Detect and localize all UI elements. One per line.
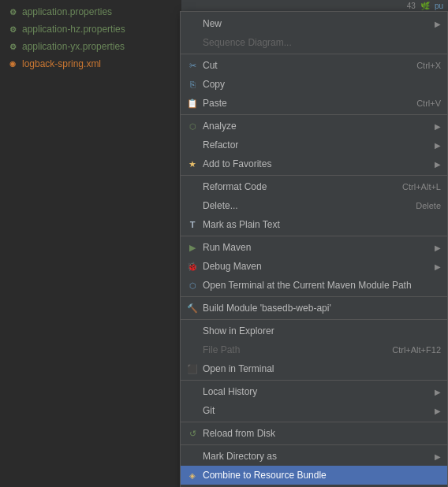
menu-label-show-explorer: Show in Explorer xyxy=(203,325,441,336)
props-icon: ⚙ xyxy=(6,6,19,18)
menu-label-add-favorites: Add to Favorites xyxy=(203,158,428,169)
build-module-icon: 🔨 xyxy=(185,301,200,315)
menu-label-analyze: Analyze xyxy=(203,121,428,132)
file-label: application-hz.properties xyxy=(22,24,125,35)
menu-item-copy[interactable]: ⎘ Copy xyxy=(181,75,447,94)
file-item[interactable]: ⚙ application-hz.properties xyxy=(0,20,181,38)
menu-item-mark-plain-text[interactable]: T Mark as Plain Text xyxy=(181,215,447,234)
reformat-icon xyxy=(185,180,200,194)
file-item[interactable]: ◉ logback-spring.xml xyxy=(0,55,181,72)
header-icon: 🌿 xyxy=(420,2,430,10)
menu-item-analyze[interactable]: ⬡ Analyze ▶ xyxy=(181,117,447,136)
copy-icon: ⎘ xyxy=(185,77,200,91)
menu-label-debug-maven: Debug Maven xyxy=(203,261,428,272)
menu-label-reformat-code: Reformat Code xyxy=(203,181,386,192)
xml-icon: ◉ xyxy=(6,58,19,70)
menu-label-copy: Copy xyxy=(203,79,441,90)
menu-label-file-path: File Path xyxy=(203,344,376,355)
separator-8 xyxy=(181,422,447,422)
analyze-icon: ⬡ xyxy=(185,119,200,133)
delete-icon xyxy=(185,199,200,213)
file-path-icon xyxy=(185,343,200,357)
menu-item-cut[interactable]: ✂ Cut Ctrl+X xyxy=(181,56,447,75)
menu-item-delete[interactable]: Delete... Delete xyxy=(181,196,447,215)
separator-7 xyxy=(181,380,447,381)
menu-item-reformat-code[interactable]: Reformat Code Ctrl+Alt+L xyxy=(181,177,447,196)
menu-label-paste: Paste xyxy=(203,98,401,109)
file-item[interactable]: ⚙ application.properties xyxy=(0,3,181,20)
props-icon: ⚙ xyxy=(6,40,19,53)
menu-item-add-favorites[interactable]: ★ Add to Favorites ▶ xyxy=(181,154,447,173)
ide-file-tree: ⚙ application.properties ⚙ application-h… xyxy=(0,0,181,487)
menu-item-show-explorer[interactable]: Show in Explorer xyxy=(181,322,447,340)
separator-2 xyxy=(181,114,447,115)
menu-label-cut: Cut xyxy=(203,60,401,71)
arrow-icon: ▶ xyxy=(435,262,441,271)
cut-shortcut: Ctrl+X xyxy=(416,61,441,70)
arrow-icon: ▶ xyxy=(435,160,441,169)
menu-item-file-path: File Path Ctrl+Alt+F12 xyxy=(181,340,447,359)
file-label: application-yx.properties xyxy=(22,41,125,52)
menu-item-reload-from-disk[interactable]: ↺ Reload from Disk xyxy=(181,424,447,443)
context-menu: New ▶ Sequence Diagram... ✂ Cut Ctrl+X ⎘… xyxy=(180,11,448,487)
header-status: pu xyxy=(435,2,443,10)
arrow-icon: ▶ xyxy=(435,244,441,252)
menu-item-local-history[interactable]: Local History ▶ xyxy=(181,382,447,401)
file-item[interactable]: ⚙ application-yx.properties xyxy=(0,38,181,55)
menu-item-mark-directory-as[interactable]: Mark Directory as ▶ xyxy=(181,447,447,466)
menu-item-sequence-diagram: Sequence Diagram... xyxy=(181,33,447,52)
menu-label-git: Git xyxy=(203,405,428,416)
debug-maven-icon: 🐞 xyxy=(185,259,200,273)
show-explorer-icon xyxy=(185,324,200,338)
file-label: logback-spring.xml xyxy=(22,58,101,69)
new-icon xyxy=(185,17,200,31)
arrow-icon: ▶ xyxy=(435,20,441,28)
header-bar: 43 🌿 pu xyxy=(181,0,448,11)
menu-label-build-module: Build Module 'basedb-web-api' xyxy=(203,303,441,314)
separator-3 xyxy=(181,175,447,176)
file-path-shortcut: Ctrl+Alt+F12 xyxy=(392,345,441,355)
file-label: application.properties xyxy=(22,6,112,17)
menu-label-refactor: Refactor xyxy=(203,139,428,151)
arrow-icon: ▶ xyxy=(435,388,441,396)
reload-icon: ↺ xyxy=(185,426,200,441)
menu-item-combine-resource-bundle[interactable]: ◈ Combine to Resource Bundle xyxy=(181,466,447,485)
delete-shortcut: Delete xyxy=(416,201,441,210)
mark-plain-text-icon: T xyxy=(185,217,200,232)
menu-label-new: New xyxy=(203,18,428,29)
open-terminal-icon: ⬛ xyxy=(185,362,200,376)
separator-1 xyxy=(181,54,447,54)
menu-label-delete: Delete... xyxy=(203,200,400,211)
favorites-icon: ★ xyxy=(185,157,200,171)
props-icon: ⚙ xyxy=(6,23,19,35)
menu-item-new[interactable]: New ▶ xyxy=(181,14,447,33)
arrow-icon: ▶ xyxy=(435,407,441,415)
menu-item-paste[interactable]: 📋 Paste Ctrl+V xyxy=(181,94,447,113)
menu-label-open-terminal: Open in Terminal xyxy=(203,363,441,374)
line-number: 43 xyxy=(407,2,416,10)
menu-label-sequence-diagram: Sequence Diagram... xyxy=(203,37,441,48)
menu-item-git[interactable]: Git ▶ xyxy=(181,401,447,420)
menu-item-build-module[interactable]: 🔨 Build Module 'basedb-web-api' xyxy=(181,299,447,318)
separator-4 xyxy=(181,236,447,236)
arrow-icon: ▶ xyxy=(435,122,441,131)
menu-item-open-terminal[interactable]: ⬛ Open in Terminal xyxy=(181,359,447,378)
reformat-shortcut: Ctrl+Alt+L xyxy=(402,182,441,191)
local-history-icon xyxy=(185,385,200,399)
menu-item-open-terminal-maven[interactable]: ⬡ Open Terminal at the Current Maven Mod… xyxy=(181,276,447,295)
combine-icon: ◈ xyxy=(185,468,200,482)
paste-icon: 📋 xyxy=(185,96,200,110)
menu-label-open-terminal-maven: Open Terminal at the Current Maven Modul… xyxy=(203,280,441,291)
separator-5 xyxy=(181,296,447,297)
menu-item-debug-maven[interactable]: 🐞 Debug Maven ▶ xyxy=(181,257,447,276)
menu-item-run-maven[interactable]: ▶ Run Maven ▶ xyxy=(181,238,447,257)
arrow-icon: ▶ xyxy=(435,141,441,150)
menu-item-refactor[interactable]: Refactor ▶ xyxy=(181,136,447,154)
menu-label-mark-plain-text: Mark as Plain Text xyxy=(203,219,441,230)
git-icon xyxy=(185,403,200,418)
menu-label-mark-directory-as: Mark Directory as xyxy=(203,451,428,462)
menu-label-combine-resource-bundle: Combine to Resource Bundle xyxy=(203,470,441,481)
open-terminal-maven-icon: ⬡ xyxy=(185,278,200,292)
menu-label-reload-from-disk: Reload from Disk xyxy=(203,428,441,439)
separator-9 xyxy=(181,444,447,445)
